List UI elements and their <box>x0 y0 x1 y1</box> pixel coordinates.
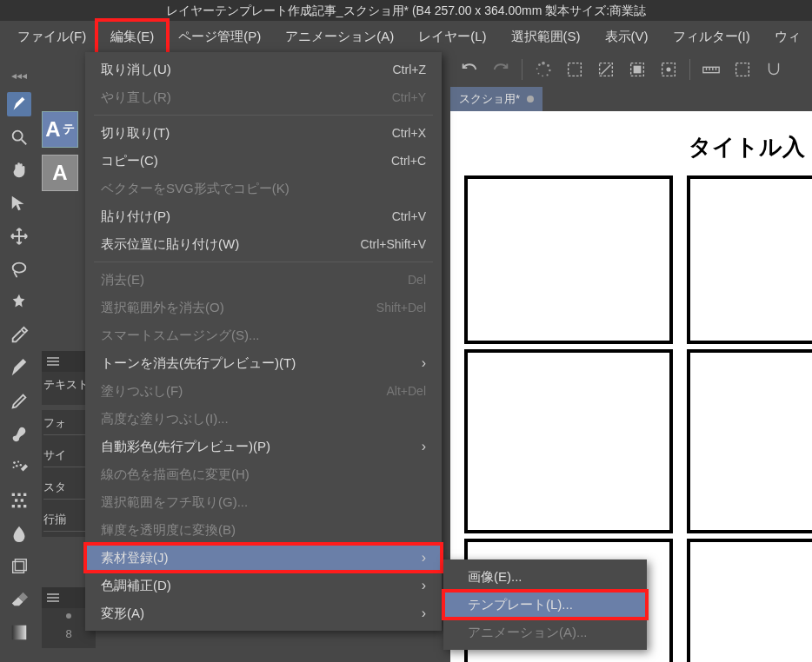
title-bar: レイヤーテンプレート作成記事_スクショ用* (B4 257.00 x 364.0… <box>0 0 812 21</box>
svg-point-24 <box>13 461 16 464</box>
shortcut-label: Ctrl+Y <box>348 90 426 104</box>
menu-item: 輝度を透明度に変換(B) <box>85 516 442 544</box>
deselect-icon[interactable] <box>596 59 616 80</box>
menu-item-label: 輝度を透明度に変換(B) <box>101 522 236 539</box>
svg-point-3 <box>546 74 548 76</box>
comic-panel[interactable] <box>687 539 812 662</box>
select-rect-icon[interactable] <box>564 59 585 80</box>
menu-item[interactable]: 自動彩色(先行プレビュー)(P)› <box>85 433 442 460</box>
menu-item-label: 選択範囲外を消去(O) <box>101 300 224 316</box>
menu-item[interactable]: 切り取り(T)Ctrl+X <box>85 119 442 147</box>
svg-point-4 <box>542 75 543 76</box>
submenu-item[interactable]: テンプレート(L)... <box>443 591 647 619</box>
menu-file[interactable]: ファイル(F) <box>5 22 98 52</box>
menu-edit[interactable]: 編集(E) <box>98 22 166 52</box>
hand-tool-icon[interactable] <box>7 158 31 182</box>
invert-select-icon[interactable] <box>627 59 648 80</box>
pattern-tool-icon[interactable] <box>7 488 31 513</box>
move-tool-icon[interactable] <box>7 224 31 248</box>
comic-panel[interactable] <box>687 349 812 533</box>
undo-icon[interactable] <box>459 59 480 80</box>
svg-point-6 <box>536 68 538 70</box>
loading-icon[interactable] <box>533 59 554 80</box>
document-tab-label: スクショ用* <box>459 91 520 107</box>
airbrush-tool-icon[interactable] <box>7 455 31 480</box>
menu-item-label: 消去(E) <box>101 272 144 288</box>
snap-icon[interactable] <box>763 59 784 80</box>
redo-icon[interactable] <box>490 59 511 80</box>
menu-item-label: 高度な塗りつぶし(I)... <box>101 411 229 427</box>
fill-tool-icon[interactable] <box>7 554 31 579</box>
menu-filter[interactable]: フィルター(I) <box>661 22 762 52</box>
text-tool-active-thumb[interactable]: Aテ <box>42 111 78 148</box>
magnify-tool-icon[interactable] <box>7 125 31 149</box>
pencil-tool-icon[interactable] <box>7 389 31 414</box>
document-tab[interactable]: スクショ用* <box>450 87 542 111</box>
eraser-tool-icon[interactable] <box>7 587 31 612</box>
comic-panel[interactable] <box>464 175 673 344</box>
collapse-handle[interactable]: ◂◂◂ <box>11 68 27 83</box>
menu-layer[interactable]: レイヤー(L) <box>406 22 498 52</box>
menu-view[interactable]: 表示(V) <box>593 22 661 52</box>
menu-item-label: 取り消し(U) <box>101 62 171 78</box>
grid-icon[interactable] <box>732 59 753 80</box>
lasso-tool-icon[interactable] <box>7 257 31 281</box>
menu-window[interactable]: ウィ <box>762 22 812 52</box>
wand-tool-icon[interactable] <box>7 290 31 314</box>
menu-selection[interactable]: 選択範囲(S) <box>499 22 593 52</box>
menu-item: 線の色を描画色に変更(H) <box>85 460 442 488</box>
menu-item-label: 変形(A) <box>101 606 144 622</box>
menu-item[interactable]: 取り消し(U)Ctrl+Z <box>85 56 442 83</box>
svg-rect-36 <box>23 505 26 507</box>
menu-item: 塗りつぶし(F)Alt+Del <box>85 377 442 405</box>
eyedropper-tool-icon[interactable] <box>7 323 31 348</box>
tools-toolbar: ◂◂◂ <box>0 52 38 645</box>
divider <box>522 59 522 80</box>
menu-item: 高度な塗りつぶし(I)... <box>85 405 442 433</box>
menu-item-label: コピー(C) <box>101 153 158 169</box>
pen-tool-icon[interactable] <box>7 356 31 381</box>
svg-rect-39 <box>12 626 27 640</box>
menu-item[interactable]: トーンを消去(先行プレビュー)(T)› <box>85 349 442 377</box>
svg-point-23 <box>13 263 26 273</box>
show-select-border-icon[interactable] <box>658 59 679 80</box>
operation-tool-icon[interactable] <box>7 191 31 215</box>
menu-item-label: 貼り付け(P) <box>101 209 170 225</box>
submenu-arrow-icon: › <box>410 355 426 371</box>
submenu-item[interactable]: 画像(E)... <box>443 563 647 591</box>
svg-rect-8 <box>569 63 582 76</box>
comic-panel[interactable] <box>687 175 812 344</box>
svg-point-27 <box>20 464 22 466</box>
divider <box>689 59 690 80</box>
menu-icon <box>47 357 59 366</box>
shortcut-label: Ctrl+Z <box>348 63 426 76</box>
brush-tool-icon[interactable] <box>7 422 31 447</box>
shortcut-label: Ctrl+X <box>348 126 426 140</box>
shortcut-label: Shift+Del <box>348 301 426 314</box>
svg-rect-38 <box>15 559 26 571</box>
gradient-tool-icon[interactable] <box>7 620 31 645</box>
marker-tool-icon[interactable] <box>7 92 31 116</box>
text-tool-thumb[interactable]: A <box>42 155 78 191</box>
menu-item[interactable]: 素材登録(J)› <box>85 544 442 572</box>
menu-item-label: 切り取り(T) <box>101 125 170 142</box>
menu-item: やり直し(R)Ctrl+Y <box>85 83 442 111</box>
document-tab-bar: スクショ用* <box>450 87 542 111</box>
menu-animation[interactable]: アニメーション(A) <box>273 22 406 52</box>
menu-page[interactable]: ページ管理(P) <box>166 22 273 52</box>
comic-panel[interactable] <box>464 349 673 533</box>
menu-item: 消去(E)Del <box>85 266 442 294</box>
menu-item[interactable]: 変形(A)› <box>85 599 442 627</box>
svg-line-10 <box>602 65 611 75</box>
menu-item[interactable]: 表示位置に貼り付け(W)Ctrl+Shift+V <box>85 230 442 258</box>
menu-item[interactable]: 貼り付け(P)Ctrl+V <box>85 202 442 230</box>
menu-item[interactable]: コピー(C)Ctrl+C <box>85 147 442 175</box>
svg-rect-31 <box>23 493 26 496</box>
menu-item[interactable]: 色調補正(D)› <box>85 572 442 599</box>
submenu-arrow-icon: › <box>410 439 426 454</box>
blend-tool-icon[interactable] <box>7 521 31 546</box>
menu-item-label: 自動彩色(先行プレビュー)(P) <box>101 439 270 455</box>
ruler-icon[interactable] <box>701 59 722 80</box>
canvas-title-text: タイトル入 <box>689 132 805 162</box>
text-thumb-sublabel: テ <box>63 122 75 137</box>
